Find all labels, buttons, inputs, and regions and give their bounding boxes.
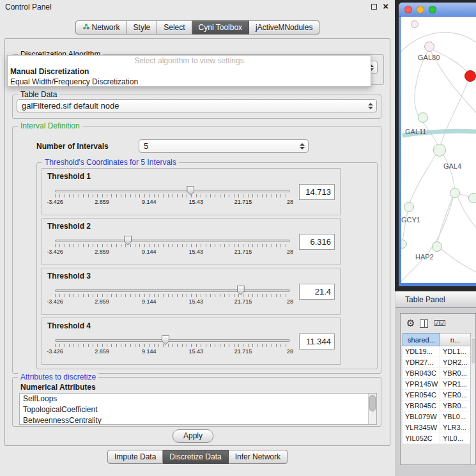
close-traffic-light-icon[interactable]	[404, 6, 412, 13]
table-cell[interactable]: YLR3...	[440, 422, 471, 433]
table-row[interactable]: YPR145WYPR1...	[403, 379, 471, 390]
network-node[interactable]	[418, 112, 428, 123]
table-cell[interactable]: YER054C	[403, 390, 440, 401]
scrollbar-thumb[interactable]	[472, 338, 475, 364]
network-window-titlebar[interactable]	[399, 3, 476, 17]
network-tab-icon	[82, 23, 89, 32]
slider-track[interactable]	[55, 339, 290, 342]
table-cell[interactable]: YPR1...	[440, 379, 471, 390]
close-icon[interactable]: ×	[383, 3, 388, 10]
combo-stepper-icon	[368, 103, 373, 109]
threshold-slider[interactable]: -3.4262.8599.14415.4321.71528	[55, 335, 290, 360]
table-cell[interactable]: YBL0...	[440, 411, 471, 422]
table-row[interactable]: YDR27...YDR2...	[403, 357, 471, 368]
table-row[interactable]: YIL052CYIL0...	[403, 433, 471, 444]
window-title: Control Panel	[5, 3, 52, 12]
float-window-icon[interactable]	[371, 4, 377, 10]
network-canvas[interactable]: GAL80GAL11GAL4GCY1HAP2	[401, 17, 476, 283]
table-cell[interactable]: YBR0...	[440, 401, 471, 411]
scale-label: -3.426	[47, 199, 63, 205]
threshold-slider[interactable]: -3.4262.8599.14415.4321.71528	[55, 235, 290, 261]
column-header-shared[interactable]: shared...	[403, 333, 440, 346]
tab-network[interactable]: Network	[75, 20, 127, 35]
table-row[interactable]: YBR043CYBR0...	[403, 368, 471, 379]
tab-style[interactable]: Style	[127, 20, 158, 35]
scrollbar-thumb[interactable]	[369, 395, 376, 411]
table-cell[interactable]: YBR045C	[403, 401, 440, 411]
table-cell[interactable]: YDL19...	[403, 346, 440, 357]
attribute-item[interactable]: BetweennessCentrality	[20, 415, 376, 425]
table-row[interactable]: YBR045CYBR0...	[403, 401, 471, 411]
table-cell[interactable]: YDR2...	[440, 357, 471, 368]
tab-select[interactable]: Select	[157, 20, 192, 35]
attribute-item[interactable]: SelfLoops	[20, 394, 376, 404]
threshold-panel: Threshold 4 -3.4262.8599.14415.4321.7152…	[42, 318, 341, 365]
threshold-panel: Threshold 2 -3.4262.8599.14415.4321.7152…	[42, 218, 341, 265]
table-cell[interactable]: YPR145W	[403, 379, 440, 390]
threshold-slider[interactable]: -3.4262.8599.14415.4321.71528	[55, 285, 290, 311]
network-node[interactable]	[450, 188, 460, 198]
scale-label: 15.43	[189, 348, 204, 355]
column-header-name[interactable]: n...	[440, 333, 471, 346]
slider-track[interactable]	[55, 289, 290, 292]
table-panel-header[interactable]: Table Panel	[395, 291, 476, 308]
table-cell[interactable]: YDL1...	[440, 346, 471, 357]
table-cell[interactable]: YER0...	[440, 390, 471, 401]
table-cell[interactable]: YBR043C	[403, 368, 440, 379]
slider-ticks	[55, 294, 290, 297]
threshold-value-field[interactable]: 6.316	[299, 234, 335, 250]
threshold-slider[interactable]: -3.4262.8599.14415.4321.71528	[55, 185, 290, 211]
network-node[interactable]	[468, 193, 476, 203]
apply-button[interactable]: Apply	[173, 429, 213, 443]
tab-label: Style	[134, 23, 151, 32]
list-scrollbar[interactable]	[368, 394, 376, 424]
zoom-traffic-light-icon[interactable]	[429, 6, 436, 13]
threshold-value-field[interactable]: 21.4	[299, 284, 335, 300]
tab-infer-network[interactable]: Infer Network	[229, 450, 288, 464]
scale-label: 9.144	[142, 199, 157, 205]
tab-impute-data[interactable]: Impute Data	[107, 450, 163, 464]
network-node-selected[interactable]	[464, 70, 476, 82]
network-node[interactable]	[404, 202, 414, 212]
table-row[interactable]: YLR345WYLR3...	[403, 422, 471, 433]
network-view-window: GAL80GAL11GAL4GCY1HAP2	[399, 3, 476, 286]
tab-cyni-toolbox[interactable]: Cyni Toolbox	[192, 20, 249, 35]
table-row[interactable]: YDL19...YDL1...	[403, 346, 471, 357]
table-cell[interactable]: YIL052C	[403, 433, 440, 444]
tab-discretize-data[interactable]: Discretize Data	[163, 450, 228, 464]
network-node[interactable]	[411, 20, 418, 28]
network-node[interactable]	[433, 144, 446, 157]
table-cell[interactable]: YIL0...	[440, 433, 471, 444]
attribute-item[interactable]: TopologicalCoefficient	[20, 404, 376, 415]
number-of-intervals-combobox[interactable]: 5	[139, 139, 309, 153]
slider-scale: -3.4262.8599.14415.4321.71528	[55, 298, 290, 306]
numerical-attributes-label: Numerical Attributes	[20, 383, 96, 392]
dropdown-option-equal-width[interactable]: Equal Width/Frequency Discretization	[8, 77, 371, 87]
slider-track[interactable]	[55, 240, 290, 242]
table-data-combobox[interactable]: galFiltered.sif default node	[17, 99, 377, 112]
table-row[interactable]: YER054CYER0...	[403, 390, 471, 401]
table-scrollbar[interactable]	[470, 337, 475, 464]
network-node[interactable]	[424, 42, 434, 52]
columns-icon[interactable]	[420, 319, 428, 328]
minimize-traffic-light-icon[interactable]	[417, 6, 424, 13]
scale-label: 28	[287, 348, 293, 355]
table-cell[interactable]: YDR27...	[403, 357, 440, 368]
table-row[interactable]: YBL079WYBL0...	[403, 411, 471, 422]
network-node[interactable]	[432, 242, 442, 252]
threshold-value-field[interactable]: 11.344	[299, 334, 335, 349]
threshold-value-field[interactable]: 14.713	[299, 184, 335, 200]
scale-label: 28	[287, 199, 293, 205]
scale-label: 2.859	[95, 348, 109, 355]
dropdown-option-manual[interactable]: Manual Discretization	[8, 66, 371, 77]
interval-definition-group: Interval Definition Number of Intervals …	[12, 126, 381, 374]
table-cell[interactable]: YLR345W	[403, 422, 440, 433]
tab-jactivemnodules[interactable]: jActiveMNodules	[249, 20, 319, 35]
control-panel-titlebar[interactable]: Control Panel ×	[0, 0, 395, 14]
table-cell[interactable]: YBR0...	[440, 368, 471, 379]
gear-icon[interactable]: ⚙	[406, 318, 415, 329]
select-columns-icon[interactable]: ☑☑	[433, 319, 445, 328]
slider-track[interactable]	[55, 190, 290, 192]
combo-value: galFiltered.sif default node	[22, 101, 119, 111]
table-cell[interactable]: YBL079W	[403, 411, 440, 422]
